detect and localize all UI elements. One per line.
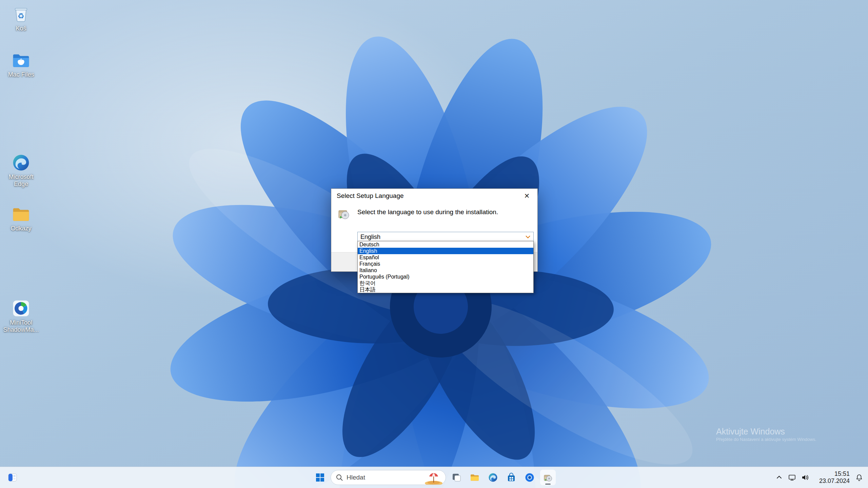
dropdown-option-italiano[interactable]: Italiano [358, 267, 533, 273]
activate-windows-watermark: Aktivujte Windows Přejděte do Nastavení … [716, 426, 816, 442]
minitool-logo-icon [12, 299, 31, 318]
desktop-icon-recycle-bin[interactable]: ♻ Koš [2, 5, 40, 32]
search-placeholder: Hledat [347, 474, 420, 481]
edge-browser-button[interactable] [485, 470, 501, 485]
dropdown-option-deutsch[interactable]: Deutsch [358, 241, 533, 248]
notifications-button[interactable] [853, 470, 865, 485]
dropdown-option-english[interactable]: English [358, 248, 533, 254]
yellow-folder-icon [12, 205, 31, 224]
desktop-icon-label: Odkazy [2, 225, 40, 232]
clock-date: 23.07.2024 [814, 477, 850, 485]
blue-folder-apple-icon [12, 51, 31, 70]
taskbar-clock[interactable]: 15:51 23.07.2024 [812, 470, 852, 485]
dropdown-option-francais[interactable]: Français [358, 261, 533, 267]
start-button[interactable] [312, 470, 328, 485]
network-icon [788, 473, 796, 482]
dropdown-option-japanese[interactable]: 日本語 [358, 286, 533, 293]
svg-text:♻: ♻ [18, 12, 24, 20]
select-setup-language-dialog: Select Setup Language ✕ Select the langu… [331, 188, 538, 272]
close-icon[interactable]: ✕ [516, 189, 537, 203]
search-highlight-icon[interactable] [423, 470, 444, 485]
microsoft-store-icon [506, 472, 516, 483]
browser-button[interactable] [522, 470, 537, 485]
desktop-icon-minitool-shadowmaker[interactable]: MiniTool ShadowMa... [2, 299, 40, 333]
desktop-icon-label: Microsoft Edge [2, 174, 40, 188]
language-dropdown-list: Deutsch English Español Français Italian… [357, 241, 534, 293]
widgets-icon [7, 472, 18, 483]
taskbar: Hledat [0, 467, 868, 488]
network-button[interactable] [786, 470, 798, 485]
desktop-icon-microsoft-edge[interactable]: Microsoft Edge [2, 153, 40, 188]
file-explorer-button[interactable] [467, 470, 482, 485]
task-view-button[interactable] [449, 470, 464, 485]
installer-package-icon [337, 207, 350, 221]
recycle-bin-icon: ♻ [12, 5, 31, 24]
volume-icon [801, 473, 809, 482]
blue-browser-icon [525, 472, 535, 483]
desktop-icon-label: MiniTool ShadowMa... [2, 319, 40, 333]
dialog-titlebar[interactable]: Select Setup Language ✕ [331, 189, 537, 203]
microsoft-store-button[interactable] [504, 470, 519, 485]
windows-logo-icon [315, 472, 325, 483]
watermark-line2: Přejděte do Nastavení a aktivujte systém… [716, 436, 816, 442]
dropdown-option-korean[interactable]: 한국어 [358, 280, 533, 286]
chevron-up-icon [775, 473, 783, 482]
dropdown-option-espanol[interactable]: Español [358, 254, 533, 261]
setup-installer-button[interactable] [540, 470, 556, 485]
search-icon [336, 474, 343, 481]
volume-button[interactable] [799, 470, 811, 485]
taskbar-search-box[interactable]: Hledat [331, 470, 446, 485]
dropdown-option-portugues[interactable]: Português (Portugal) [358, 273, 533, 280]
bell-icon [855, 473, 863, 482]
chevron-down-icon [525, 235, 531, 239]
watermark-line1: Aktivujte Windows [716, 426, 816, 436]
edge-icon [488, 472, 498, 483]
desktop-icon-label: Koš [2, 25, 40, 32]
language-combobox[interactable]: English [357, 232, 534, 242]
desktop-icon-mac-files[interactable]: Mac Files [2, 51, 40, 78]
dialog-message: Select the language to use during the in… [357, 208, 530, 216]
edge-logo-icon [12, 153, 31, 172]
file-explorer-icon [470, 472, 480, 483]
desktop-icon-odkazy[interactable]: Odkazy [2, 205, 40, 232]
desktop-icon-label: Mac Files [2, 71, 40, 78]
task-view-icon [451, 472, 461, 483]
dialog-title: Select Setup Language [331, 192, 404, 200]
widgets-button[interactable] [5, 470, 20, 485]
clock-time: 15:51 [814, 470, 850, 477]
tray-show-hidden-icons-button[interactable] [773, 470, 785, 485]
combobox-value: English [360, 233, 525, 241]
setup-installer-icon [543, 472, 553, 483]
